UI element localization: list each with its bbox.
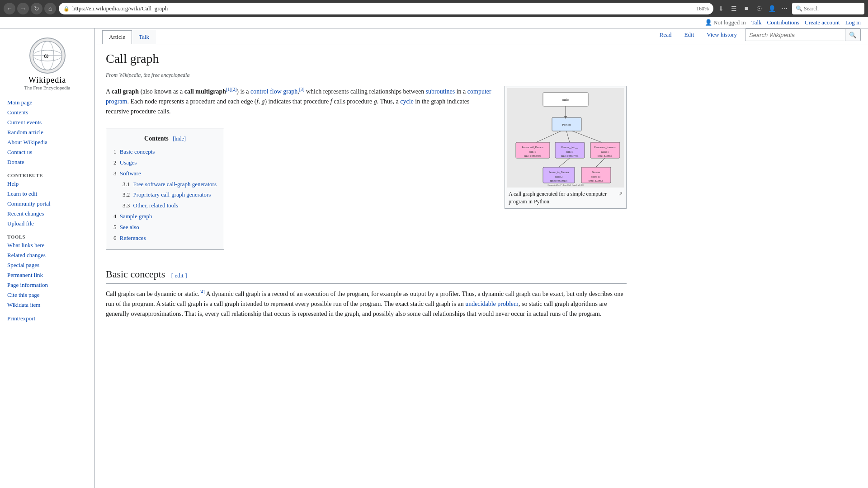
svg-text:calls: 1: calls: 1 — [528, 150, 536, 153]
sidebar-item-main-page[interactable]: Main page — [0, 98, 94, 108]
svg-text:Person.add_Banana: Person.add_Banana — [522, 146, 543, 149]
header-links: 👤 Not logged in Talk Contributions Creat… — [705, 19, 861, 26]
svg-text:Generated by Python Call Graph: Generated by Python Call Graph v1.0.0 — [547, 184, 584, 186]
talk-link[interactable]: Talk — [751, 19, 762, 26]
sidebar-item-about[interactable]: About Wikipedia — [0, 137, 94, 147]
sidebar-item-help[interactable]: Help — [0, 179, 94, 189]
wiki-logo: ω Wikipedia The Free Encyclopedia — [0, 33, 94, 98]
sidebar-contribute-list: Help Learn to edit Community portal Rece… — [0, 179, 94, 229]
svg-text:time: 0.000011s: time: 0.000011s — [550, 179, 568, 182]
svg-text:Person.eat_bananas: Person.eat_bananas — [594, 146, 616, 149]
wiki-logo-title: Wikipedia — [28, 75, 66, 85]
tab-talk[interactable]: Talk — [132, 30, 156, 44]
wiki-tabs-right: Read Edit View history 🔍 — [655, 28, 861, 44]
search-icon: 🔍 — [849, 32, 857, 38]
tab-read[interactable]: Read — [655, 29, 676, 40]
tab-article[interactable]: Article — [102, 30, 132, 44]
svg-text:time: 3.0000s: time: 3.0000s — [598, 155, 613, 157]
search-button[interactable]: 🔍 — [845, 29, 860, 41]
wiki-page: 👤 Not logged in Talk Contributions Creat… — [0, 17, 868, 488]
back-button[interactable]: ← — [4, 3, 15, 14]
toc-link-usages[interactable]: Usages — [120, 159, 137, 166]
sidebar-item-print[interactable]: Print/export — [0, 314, 94, 324]
sidebar-item-special-pages[interactable]: Special pages — [0, 260, 94, 270]
sidebar-item-cite-page[interactable]: Cite this page — [0, 290, 94, 300]
wiki-tabs-left: Article Talk — [102, 30, 156, 44]
sidebar-item-current-events[interactable]: Current events — [0, 117, 94, 127]
ref-1[interactable]: [1][2] — [226, 87, 236, 92]
toc-link-free-software[interactable]: Free software call-graph generators — [133, 181, 217, 188]
sidebar-tools-list: What links here Related changes Special … — [0, 240, 94, 310]
wiki-body: ω Wikipedia The Free Encyclopedia Main p… — [0, 28, 868, 488]
wiki-article: Call graph From Wikipedia, the free ency… — [95, 44, 637, 488]
sidebar-contribute-section: Contribute Help Learn to edit Community … — [0, 171, 94, 229]
svg-text:Banana: Banana — [592, 171, 600, 174]
url-display: https://en.wikipedia.org/wiki/Call_graph — [72, 5, 693, 12]
toc-link-see-also[interactable]: See also — [120, 224, 139, 230]
sidebar-print-list: Print/export — [0, 314, 94, 324]
toc-link-references[interactable]: References — [120, 235, 146, 241]
sidebar-tools-section: Tools What links here Related changes Sp… — [0, 232, 94, 310]
ref-4[interactable]: [4] — [199, 289, 205, 294]
sidebar-item-related-changes[interactable]: Related changes — [0, 250, 94, 260]
wiki-figure: __main__ Person Person.add_Banana calls:… — [505, 86, 627, 209]
expand-icon[interactable]: ⇗ — [618, 190, 623, 197]
home-button[interactable]: ⌂ — [44, 3, 56, 14]
contributions-link[interactable]: Contributions — [767, 19, 800, 26]
create-account-link[interactable]: Create account — [805, 19, 840, 26]
sidebar-item-donate[interactable]: Donate — [0, 157, 94, 167]
browser-search[interactable]: 🔍 Search — [792, 3, 864, 14]
search-input[interactable] — [745, 32, 845, 38]
browser-nav-buttons: ← → ↻ ⌂ — [4, 3, 56, 14]
figure-caption: ⇗ A call graph generated for a simple co… — [507, 188, 624, 206]
basic-concepts-paragraph: Call graphs can be dynamic or static.[4]… — [106, 288, 627, 319]
sidebar-item-contents[interactable]: Contents — [0, 108, 94, 117]
profile-icon[interactable]: 👤 — [767, 4, 777, 14]
bookmarks-icon[interactable]: ☰ — [729, 4, 739, 14]
undecidable-problem-link[interactable]: undecidable problem — [465, 300, 519, 307]
toc-link-software[interactable]: Software — [120, 170, 141, 177]
control-flow-graph-link[interactable]: control flow graph — [250, 88, 297, 95]
sidebar-item-what-links-here[interactable]: What links here — [0, 240, 94, 250]
wiki-logo-image: ω — [29, 38, 66, 74]
shield-icon[interactable]: ☉ — [754, 4, 764, 14]
basic-concepts-edit-link[interactable]: [ edit ] — [171, 272, 187, 279]
contribute-section-title: Contribute — [0, 171, 94, 179]
extensions-icon[interactable]: ■ — [741, 4, 751, 14]
tab-edit[interactable]: Edit — [680, 29, 699, 40]
search-icon: 🔍 — [796, 5, 802, 12]
sidebar-item-page-info[interactable]: Page information — [0, 280, 94, 290]
sidebar-item-wikidata[interactable]: Wikidata item — [0, 300, 94, 310]
sidebar-item-learn-to-edit[interactable]: Learn to edit — [0, 189, 94, 199]
sidebar-item-upload[interactable]: Upload file — [0, 219, 94, 229]
menu-icon[interactable]: ⋯ — [779, 4, 789, 14]
search-box[interactable]: 🔍 — [745, 28, 861, 41]
toc-link-other-tools[interactable]: Other, related tools — [133, 202, 178, 209]
edit-link-anchor[interactable]: edit — [175, 272, 184, 279]
sidebar-item-permanent-link[interactable]: Permanent link — [0, 270, 94, 280]
svg-text:__main__: __main__ — [558, 98, 573, 102]
toc-link-proprietary[interactable]: Proprietary call-graph generators — [133, 191, 211, 198]
forward-button[interactable]: → — [17, 3, 29, 14]
reload-button[interactable]: ↻ — [31, 3, 42, 14]
cycle-link[interactable]: cycle — [400, 98, 414, 105]
sidebar-item-random-article[interactable]: Random article — [0, 127, 94, 137]
sidebar-nav-list: Main page Contents Current events Random… — [0, 98, 94, 167]
ref-3[interactable]: [3] — [299, 87, 305, 92]
sidebar-item-community[interactable]: Community portal — [0, 199, 94, 209]
wikipedia-globe-svg: ω — [32, 40, 63, 71]
address-bar[interactable]: 🔒 https://en.wikipedia.org/wiki/Call_gra… — [59, 3, 713, 14]
toc-link-basic-concepts[interactable]: Basic concepts — [120, 148, 155, 155]
toc-link-sample-graph[interactable]: Sample graph — [120, 213, 152, 220]
subroutines-link[interactable]: subroutines — [426, 88, 455, 95]
sidebar-item-contact[interactable]: Contact us — [0, 147, 94, 157]
log-in-link[interactable]: Log in — [845, 19, 861, 26]
tab-view-history[interactable]: View history — [702, 29, 741, 40]
wiki-sidebar: ω Wikipedia The Free Encyclopedia Main p… — [0, 28, 95, 488]
svg-text:calls: 13: calls: 13 — [591, 175, 600, 178]
svg-text:time: 3.0000s: time: 3.0000s — [589, 179, 604, 182]
downloads-icon[interactable]: ⇓ — [716, 4, 726, 14]
sidebar-item-recent-changes[interactable]: Recent changes — [0, 209, 94, 219]
svg-text:ω: ω — [44, 52, 49, 59]
toc-hide-link[interactable]: [hide] — [173, 136, 186, 142]
